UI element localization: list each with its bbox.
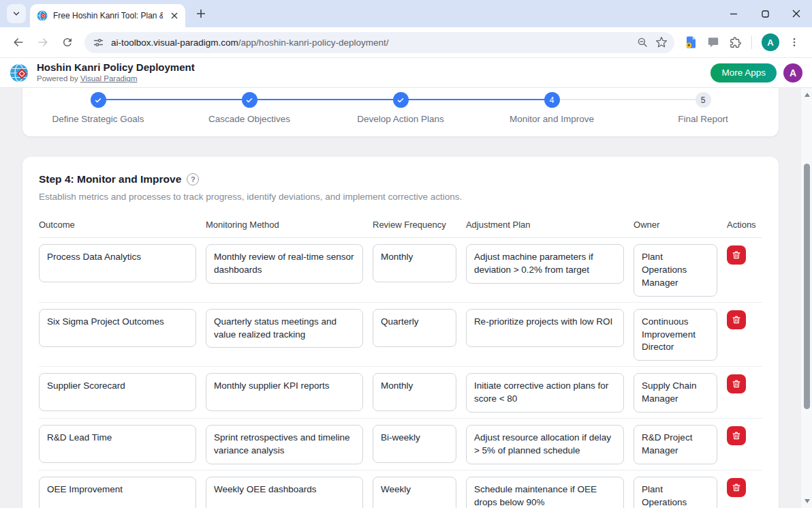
forward-button[interactable] <box>31 31 54 54</box>
delete-row-button[interactable] <box>727 426 746 445</box>
toolbar-right-icons: A <box>681 33 805 51</box>
address-bar[interactable]: ai-toolbox.visual-paradigm.com/app/hoshi… <box>84 32 674 53</box>
stepper-step-monitor-and-improve[interactable]: 4 Monitor and Improve <box>476 91 627 124</box>
review-frequency-input[interactable]: Weekly <box>373 477 456 508</box>
browser-profile-avatar[interactable]: A <box>762 33 779 51</box>
scroll-up-icon <box>805 93 810 97</box>
scrollbar-up-button[interactable] <box>801 89 812 100</box>
outcome-input[interactable]: OEE Improvement <box>39 477 196 508</box>
window-maximize-button[interactable] <box>749 0 781 27</box>
delete-row-button[interactable] <box>727 310 746 329</box>
delete-row-button[interactable] <box>727 478 746 497</box>
review-frequency-input[interactable]: Monthly <box>373 244 456 282</box>
check-icon <box>245 96 253 104</box>
outcome-input[interactable]: Process Data Analytics <box>39 244 196 282</box>
outcome-input[interactable]: Six Sigma Project Outcomes <box>39 309 196 347</box>
owner-input[interactable]: Supply Chain Manager <box>634 373 717 413</box>
step-label: Monitor and Improve <box>476 114 627 124</box>
site-settings-button[interactable] <box>93 37 104 48</box>
column-header-actions: Actions <box>727 220 762 230</box>
download-extension-button[interactable] <box>684 35 698 49</box>
forward-arrow-icon <box>36 35 50 49</box>
scrollbar-thumb[interactable] <box>804 164 810 409</box>
trash-icon <box>732 379 741 389</box>
reload-icon <box>61 36 74 48</box>
chevron-down-icon <box>12 9 21 18</box>
adjustment-plan-input[interactable]: Initiate corrective action plans for sco… <box>466 373 624 413</box>
browser-toolbar: ai-toolbox.visual-paradigm.com/app/hoshi… <box>0 27 812 58</box>
window-minimize-button[interactable] <box>718 0 749 27</box>
step-label: Cascade Objectives <box>174 114 325 124</box>
app-user-avatar[interactable]: A <box>783 63 802 83</box>
back-button[interactable] <box>7 31 30 54</box>
powered-by-text: Powered by <box>37 74 80 83</box>
outcome-input[interactable]: R&D Lead Time <box>39 425 196 463</box>
monitoring-method-input[interactable]: Weekly OEE dashboards <box>206 477 363 508</box>
owner-input[interactable]: Continuous Improvement Director <box>634 309 717 361</box>
zoom-out-icon <box>636 36 649 48</box>
review-frequency-input[interactable]: Quarterly <box>373 309 456 347</box>
review-frequency-input[interactable]: Bi-weekly <box>373 425 456 463</box>
app-title: Hoshin Kanri Policy Deployment <box>37 62 704 74</box>
page-scrollbar[interactable] <box>800 88 812 508</box>
window-close-button[interactable] <box>781 0 812 27</box>
scrollbar-down-button[interactable] <box>801 496 812 507</box>
trash-icon <box>732 315 741 325</box>
new-tab-button[interactable] <box>192 5 210 23</box>
reload-button[interactable] <box>56 31 79 54</box>
step-label: Final Report <box>627 114 779 124</box>
stepper: Define Strategic Goals Cascade Objective… <box>22 91 779 124</box>
powered-by: Powered by Visual Paradigm <box>37 74 704 83</box>
adjustment-plan-input[interactable]: Adjust resource allocation if delay > 5%… <box>466 425 624 464</box>
column-header-adjustment-plan: Adjustment Plan <box>466 220 624 230</box>
tab-search-button[interactable] <box>7 4 26 23</box>
stepper-step-define-strategic-goals[interactable]: Define Strategic Goals <box>22 91 174 124</box>
stepper-step-develop-action-plans[interactable]: Develop Action Plans <box>325 91 476 124</box>
window-controls <box>718 0 812 27</box>
help-icon[interactable]: ? <box>187 173 199 185</box>
adjustment-plan-input[interactable]: Schedule maintenance if OEE drops below … <box>466 477 624 508</box>
owner-input[interactable]: Plant Operations Manager <box>634 244 717 297</box>
table-row: Supplier Scorecard Monthly supplier KPI … <box>39 367 762 419</box>
owner-input[interactable]: R&D Project Manager <box>634 425 717 464</box>
url-path: /app/hoshin-kanri-policy-deployment/ <box>238 38 389 48</box>
table-row: R&D Lead Time Sprint retrospectives and … <box>39 419 762 470</box>
sidepanel-extension-button[interactable] <box>707 36 719 48</box>
column-header-outcome: Outcome <box>39 220 196 230</box>
delete-row-button[interactable] <box>727 245 746 265</box>
minimize-icon <box>730 10 738 18</box>
delete-row-button[interactable] <box>727 374 746 393</box>
adjustment-plan-input[interactable]: Adjust machine parameters if deviation >… <box>466 244 624 284</box>
extensions-button[interactable] <box>729 36 742 49</box>
outcome-input[interactable]: Supplier Scorecard <box>39 373 196 411</box>
url-text: ai-toolbox.visual-paradigm.com/app/hoshi… <box>111 38 629 48</box>
stepper-step-final-report[interactable]: 5 Final Report <box>627 91 779 124</box>
owner-input[interactable]: Plant Operations Manager <box>634 477 717 508</box>
visual-paradigm-link[interactable]: Visual Paradigm <box>80 74 138 83</box>
more-apps-button[interactable]: More Apps <box>710 63 777 83</box>
monitoring-method-input[interactable]: Quarterly status meetings and value real… <box>206 309 363 348</box>
tab-close-button[interactable] <box>168 10 180 22</box>
back-arrow-icon <box>12 35 25 49</box>
adjustment-plan-input[interactable]: Re-prioritize projects with low ROI <box>466 309 624 347</box>
browser-tab-strip: Free Hoshin Kanri Tool: Plan & Ex <box>0 0 812 27</box>
tab-title: Free Hoshin Kanri Tool: Plan & Ex <box>53 11 163 20</box>
step-description: Establish metrics and processes to track… <box>39 192 762 202</box>
bookmark-button[interactable] <box>655 36 668 48</box>
step-label: Define Strategic Goals <box>22 114 174 124</box>
toolbar-separator <box>751 35 752 49</box>
monitoring-method-input[interactable]: Monthly supplier KPI reports <box>206 373 363 411</box>
browser-menu-button[interactable] <box>789 37 800 48</box>
step-number-dot: 4 <box>544 92 560 108</box>
stepper-step-cascade-objectives[interactable]: Cascade Objectives <box>174 91 325 124</box>
column-header-owner: Owner <box>634 220 717 230</box>
browser-tab[interactable]: Free Hoshin Kanri Tool: Plan & Ex <box>30 4 185 27</box>
monitoring-method-input[interactable]: Sprint retrospectives and timeline varia… <box>206 425 363 464</box>
close-icon <box>792 10 800 18</box>
column-header-review-frequency: Review Frequency <box>373 220 456 230</box>
monitoring-method-input[interactable]: Monthly review of real-time sensor dashb… <box>206 244 363 284</box>
step-completed-dot <box>393 92 409 108</box>
zoom-button[interactable] <box>636 36 649 48</box>
close-icon <box>171 12 178 19</box>
review-frequency-input[interactable]: Monthly <box>373 373 456 411</box>
